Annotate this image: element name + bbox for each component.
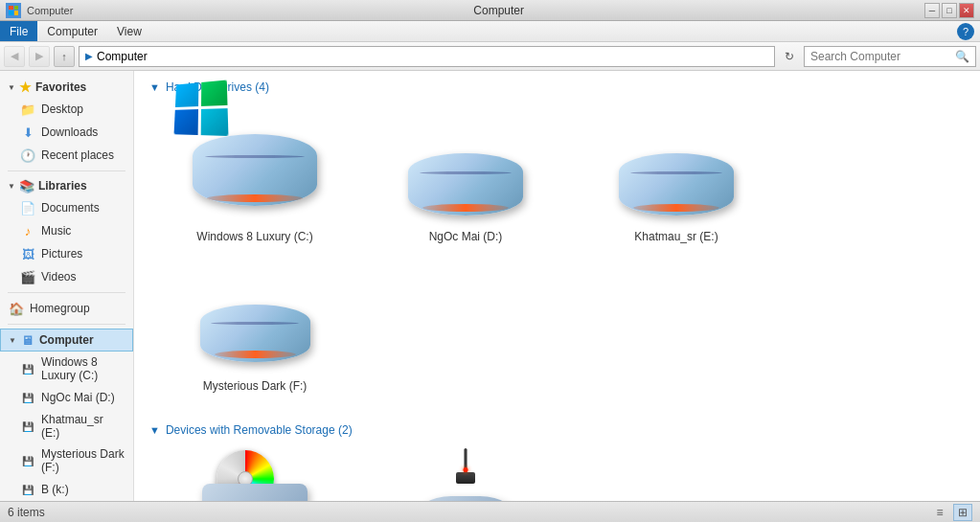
home-icon: 🏠 — [9, 301, 24, 316]
back-button[interactable]: ◀ — [4, 46, 25, 67]
menu-computer[interactable]: Computer — [37, 22, 107, 41]
sidebar-item-pictures[interactable]: 🖼 Pictures — [0, 242, 133, 265]
menu-view[interactable]: View — [107, 22, 151, 41]
sidebar-label-downloads: Downloads — [41, 125, 98, 139]
drive-d-icon: 💾 — [20, 390, 35, 405]
drive-label-c: Windows 8 Luxury (C:) — [196, 230, 312, 243]
sidebar-section-libraries: ▼ 📚 Libraries 📄 Documents ♪ Music 🖼 Pict… — [0, 175, 133, 288]
drive-item-e[interactable]: Khatmau_sr (E:) — [571, 105, 782, 255]
sidebar-item-music[interactable]: ♪ Music — [0, 219, 133, 242]
computer-arrow: ▼ — [9, 336, 16, 345]
hdd-stripe-f — [211, 322, 299, 325]
drive-label-e: Khatmau_sr (E:) — [634, 230, 718, 243]
drive-item-f[interactable]: Mysterious Dark (F:) — [149, 255, 360, 404]
hdd-stripe — [205, 155, 305, 158]
drive-e-icon: 💾 — [20, 419, 35, 434]
view-controls: ≡ ⊞ — [930, 504, 972, 521]
sidebar-header-computer[interactable]: ▼ 🖥 Computer — [0, 329, 133, 352]
usb-led — [464, 467, 468, 472]
sidebar-item-documents[interactable]: 📄 Documents — [0, 196, 133, 219]
app-icon — [6, 3, 21, 18]
divider-1 — [8, 170, 125, 171]
favorites-star-icon: ★ — [19, 79, 32, 95]
recent-icon: 🕐 — [20, 148, 35, 163]
sidebar-label-documents: Documents — [41, 201, 100, 215]
sidebar-header-libraries[interactable]: ▼ 📚 Libraries — [0, 175, 133, 196]
usb-drive-container — [413, 496, 518, 502]
drive-visual-c — [193, 117, 317, 222]
hdd-body-e — [619, 153, 734, 216]
drive-item-d[interactable]: NgOc Mai (D:) — [360, 105, 571, 255]
sidebar-item-homegroup[interactable]: 🏠 Homegroup — [0, 297, 133, 320]
drive-visual-f — [193, 266, 317, 372]
sidebar-label-videos: Videos — [41, 270, 76, 284]
hdd-body-f — [200, 305, 310, 362]
refresh-button[interactable]: ↻ — [779, 46, 800, 67]
search-box[interactable]: 🔍 — [804, 46, 976, 67]
list-view-button[interactable]: ≡ — [930, 504, 949, 521]
sidebar-item-desktop[interactable]: 📁 Desktop — [0, 98, 133, 121]
libraries-icon: 📚 — [19, 178, 34, 193]
sidebar-item-d[interactable]: 💾 NgOc Mai (D:) — [0, 386, 133, 409]
removable-arrow: ▼ — [149, 424, 160, 436]
sidebar-item-k[interactable]: 💾 B (k:) — [0, 478, 133, 501]
drive-visual-d — [403, 117, 528, 222]
download-icon: ⬇ — [20, 125, 35, 140]
divider-2 — [8, 292, 125, 293]
title-bar-controls: ─ □ ✕ — [924, 3, 974, 18]
sidebar-item-e[interactable]: 💾 Khatmau_sr (E:) — [0, 409, 133, 443]
window-title: Computer — [73, 4, 924, 17]
title-bar-left: Computer — [6, 3, 73, 18]
up-button[interactable]: ↑ — [54, 46, 75, 67]
sidebar-label-e: Khatmau_sr (E:) — [41, 413, 125, 440]
drive-visual-dvd — [193, 460, 317, 501]
removable-grid: DVD RW Drive (H:) B (k:) — [149, 448, 965, 501]
sidebar-item-c[interactable]: 💾 Windows 8 Luxury (C:) — [0, 352, 133, 386]
sidebar-item-f[interactable]: 💾 Mysterious Dark (F:) — [0, 443, 133, 478]
windows-logo — [173, 81, 240, 148]
search-icon: 🔍 — [955, 50, 969, 63]
divider-3 — [8, 324, 125, 325]
minimize-button[interactable]: ─ — [924, 3, 940, 18]
search-input[interactable] — [810, 50, 951, 63]
menu-file[interactable]: File — [0, 21, 37, 41]
sidebar-section-computer: ▼ 🖥 Computer 💾 Windows 8 Luxury (C:) 💾 N… — [0, 329, 133, 501]
libraries-arrow: ▼ — [8, 182, 15, 191]
sidebar-label-desktop: Desktop — [41, 102, 83, 116]
sidebar-label-homegroup: Homegroup — [30, 302, 90, 315]
drive-k-icon: 💾 — [20, 482, 35, 497]
hard-disk-arrow: ▼ — [149, 81, 160, 93]
sidebar: ▼ ★ Favorites 📁 Desktop ⬇ Downloads 🕐 Re… — [0, 71, 134, 501]
forward-button[interactable]: ▶ — [29, 46, 50, 67]
hard-disks-grid: Windows 8 Luxury (C:) NgOc Mai (D:) — [149, 105, 965, 404]
sidebar-item-videos[interactable]: 🎬 Videos — [0, 265, 133, 288]
close-button[interactable]: ✕ — [959, 3, 974, 18]
removable-section-header: ▼ Devices with Removable Storage (2) — [149, 423, 965, 437]
sidebar-item-downloads[interactable]: ⬇ Downloads — [0, 121, 133, 144]
window-title-small: Computer — [27, 5, 73, 16]
favorites-arrow: ▼ — [8, 83, 15, 92]
status-bar: 6 items ≡ ⊞ — [0, 501, 980, 522]
sidebar-header-favorites[interactable]: ▼ ★ Favorites — [0, 77, 133, 98]
sidebar-label-pictures: Pictures — [41, 247, 82, 261]
computer-icon: 🖥 — [20, 332, 35, 348]
address-text: Computer — [97, 50, 148, 63]
title-bar: Computer Computer ─ □ ✕ — [0, 0, 980, 21]
hdd-body-d — [408, 153, 523, 216]
maximize-button[interactable]: □ — [942, 3, 957, 18]
sidebar-item-recent[interactable]: 🕐 Recent places — [0, 144, 133, 167]
folder-icon: 📁 — [20, 102, 35, 117]
drive-visual-e — [614, 117, 739, 222]
hdd-stripe-d — [420, 171, 512, 174]
sidebar-label-c: Windows 8 Luxury (C:) — [41, 355, 125, 382]
drive-label-d: NgOc Mai (D:) — [429, 230, 503, 243]
drive-item-usb[interactable]: B (k:) — [360, 448, 571, 501]
help-button[interactable]: ? — [957, 23, 974, 40]
drive-c-shape — [193, 134, 317, 206]
address-bar[interactable]: ▶ Computer — [79, 46, 775, 67]
sidebar-label-k: B (k:) — [41, 483, 69, 496]
drive-item-dvd[interactable]: DVD RW Drive (H:) — [149, 448, 360, 501]
tile-view-button[interactable]: ⊞ — [953, 504, 972, 521]
drive-item-c[interactable]: Windows 8 Luxury (C:) — [149, 105, 360, 255]
drive-label-f: Mysterious Dark (F:) — [203, 379, 308, 393]
